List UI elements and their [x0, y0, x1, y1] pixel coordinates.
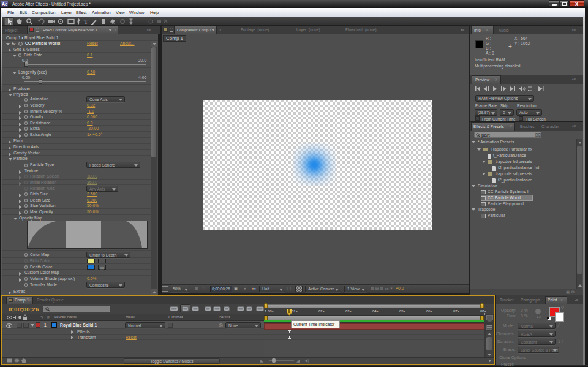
svg-text:T: T — [84, 18, 88, 25]
